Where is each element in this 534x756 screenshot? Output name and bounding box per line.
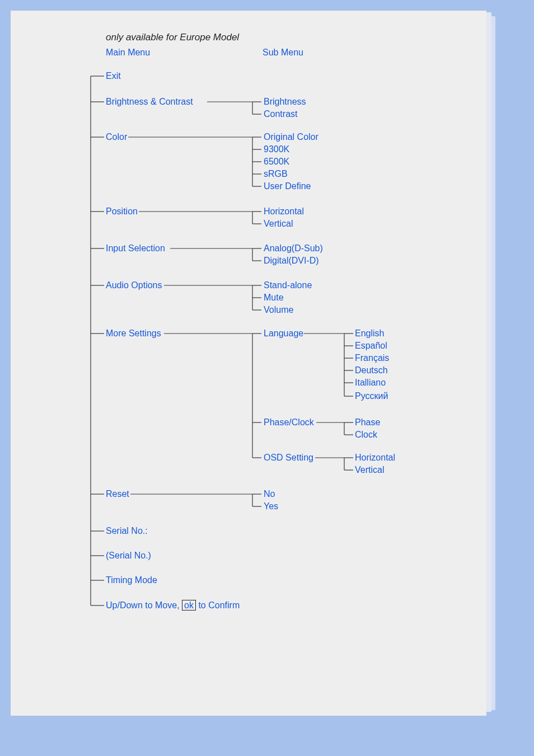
sub-volume: Volume <box>264 305 293 315</box>
menu-brightness-contrast: Brightness & Contrast <box>106 97 193 107</box>
menu-reset: Reset <box>106 489 129 499</box>
menu-more-settings: More Settings <box>106 328 161 339</box>
sub-brightness: Brightness <box>264 97 306 107</box>
sub-osd-setting: OSD Setting <box>264 453 313 463</box>
menu-position: Position <box>106 206 138 217</box>
tree-lines <box>11 11 486 716</box>
menu-serial-no-value: (Serial No.) <box>106 551 151 561</box>
lang-italliano: Italliano <box>355 378 386 388</box>
sub-analog: Analog(D-Sub) <box>264 243 323 253</box>
header-main-menu: Main Menu <box>106 48 150 58</box>
sub-phase-clock: Phase/Clock <box>264 417 314 428</box>
sub-language: Language <box>264 328 303 339</box>
menu-exit: Exit <box>106 71 121 81</box>
menu-audio-options: Audio Options <box>106 280 162 290</box>
menu-serial-no-label: Serial No.: <box>106 526 148 536</box>
sub2-osd-v: Vertical <box>355 465 384 475</box>
sub-original-color: Original Color <box>264 132 318 142</box>
sub-pos-vertical: Vertical <box>264 219 293 229</box>
lang-russian: Русский <box>355 391 388 401</box>
lang-deutsch: Deutsch <box>355 365 388 375</box>
menu-color: Color <box>106 132 127 142</box>
sub-pos-horizontal: Horizontal <box>264 206 304 217</box>
note-europe-model: only available for Europe Model <box>106 32 239 43</box>
sub2-osd-h: Horizontal <box>355 453 395 463</box>
sub-reset-no: No <box>264 489 275 499</box>
sub-contrast: Contrast <box>264 109 297 119</box>
hint-ok-box: ok <box>182 600 196 611</box>
lang-francais: Français <box>355 353 389 363</box>
menu-input-selection: Input Selection <box>106 243 165 253</box>
menu-hint: Up/Down to Move, ok to Confirm <box>106 600 240 611</box>
hint-post: to Confirm <box>196 600 240 610</box>
sub-mute: Mute <box>264 293 284 303</box>
sub-standalone: Stand-alone <box>264 280 312 290</box>
sub-6500k: 6500K <box>264 157 289 167</box>
lang-english: English <box>355 328 384 339</box>
header-sub-menu: Sub Menu <box>263 48 303 58</box>
sub-srgb: sRGB <box>264 169 288 179</box>
sub-user-define: User Define <box>264 181 311 191</box>
hint-pre: Up/Down to Move, <box>106 600 182 610</box>
lang-espanol: Español <box>355 341 387 351</box>
sub2-phase: Phase <box>355 417 380 428</box>
sub-reset-yes: Yes <box>264 501 278 511</box>
page: only available for Europe Model Main Men… <box>0 0 534 756</box>
sub-digital: Digital(DVI-D) <box>264 256 319 266</box>
sheet: only available for Europe Model Main Men… <box>11 11 523 745</box>
menu-timing-mode: Timing Mode <box>106 575 157 585</box>
sub-9300k: 9300K <box>264 144 289 154</box>
paper: only available for Europe Model Main Men… <box>11 11 486 716</box>
sub2-clock: Clock <box>355 430 377 440</box>
